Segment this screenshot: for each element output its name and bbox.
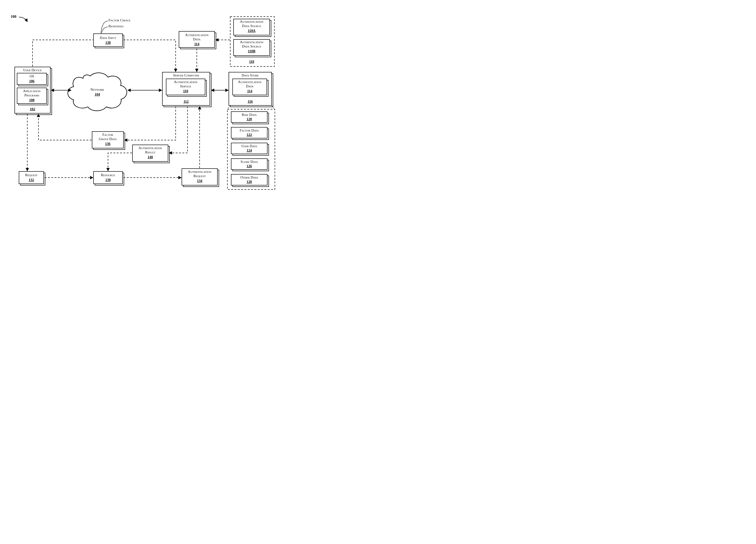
- auth-service-ref: 110: [183, 89, 188, 93]
- user-device-ref: 102: [30, 107, 35, 111]
- auth-src-b-ref: 118B: [248, 49, 255, 53]
- label-factor-choice: Factor Choice: [108, 18, 131, 22]
- os-title: OS: [29, 74, 34, 78]
- fgd-ref: 136: [105, 142, 111, 145]
- block-factor-data: Factor Data 122: [231, 127, 269, 140]
- auth-src-group-ref: 118: [249, 60, 254, 63]
- block-user-data: User Data 124: [231, 143, 269, 155]
- block-auth-src-group: Authentication Data Source 118A Authenti…: [230, 17, 274, 66]
- risk-data-title: Risk Data: [242, 113, 257, 117]
- data-input-ref: 138: [105, 41, 111, 44]
- auth-src-a-ref: 118A: [248, 29, 256, 33]
- block-auth-src-a: Authentication Data Source 118A: [234, 19, 271, 37]
- edge-userdevice-datainput: [33, 40, 93, 66]
- figure-number: 100: [11, 14, 16, 19]
- edge-fgd-userdevice: [38, 114, 92, 140]
- network-title: Network: [90, 88, 104, 91]
- auth-src-b-t2: Data Source: [242, 44, 261, 48]
- data-store-title: Data Store: [242, 73, 259, 77]
- auth-service-t2: Service: [180, 84, 191, 88]
- fgd-t1: Factor: [102, 133, 113, 136]
- factor-data-title: Factor Data: [240, 128, 259, 132]
- other-data-ref: 128: [247, 180, 252, 183]
- risk-data-ref: 120: [247, 117, 252, 121]
- auth-data-ds-t2: Data: [246, 84, 253, 88]
- request-title: Request: [25, 173, 38, 177]
- block-server-computer: Server Computer Authentication Service 1…: [162, 72, 211, 107]
- block-auth-service: Authentication Service 110: [166, 79, 207, 96]
- auth-request-t1: Authentication: [188, 170, 211, 173]
- block-resource: Resource 130: [94, 171, 124, 185]
- svg-line-34: [227, 105, 231, 109]
- fgd-t2: Group Data: [99, 137, 117, 141]
- auth-result-t1: Authentication: [139, 146, 162, 150]
- block-data-store: Data Store Authentication Data 114 116: [229, 72, 273, 107]
- data-input-title: Data Input: [100, 36, 116, 40]
- block-auth-request: Authentication Request 134: [182, 168, 219, 187]
- auth-data-ds-t1: Authentication: [238, 80, 262, 84]
- user-device-title: User Device: [23, 68, 42, 72]
- data-store-ref: 116: [248, 99, 253, 103]
- user-data-title: User Data: [241, 144, 257, 148]
- server-computer-title: Server Computer: [173, 73, 199, 77]
- leader-responses: [102, 27, 108, 33]
- network-ref: 104: [95, 92, 100, 96]
- block-data-input: Data Input 138: [94, 34, 124, 48]
- block-auth-data-top: Authentication Data 114: [179, 31, 216, 49]
- edge-datainput-server: [123, 40, 176, 72]
- auth-src-b-t1: Authentication: [240, 40, 263, 44]
- user-data-ref: 124: [247, 148, 252, 152]
- block-score-data: Score Data 126: [231, 159, 269, 171]
- edge-authresult-resource: [108, 153, 132, 171]
- request-ref: 132: [29, 178, 34, 182]
- block-app-programs: Application Programs 108: [17, 88, 48, 105]
- os-ref: 106: [29, 79, 35, 83]
- block-user-device: User Device OS 106 Application Programs …: [15, 67, 52, 115]
- block-other-data: Other Data 128: [231, 174, 269, 187]
- app-programs-title-1: Application: [23, 89, 41, 93]
- block-auth-data-ds: Authentication Data 114: [233, 79, 268, 96]
- auth-request-ref: 134: [197, 179, 202, 182]
- block-auth-result: Authentication Result 140: [132, 145, 169, 163]
- block-request: Request 132: [19, 171, 45, 185]
- auth-result-t2: Result: [145, 150, 155, 154]
- app-programs-title-2: Programs: [24, 93, 39, 97]
- edge-server-authresult: [169, 106, 188, 153]
- block-data-categories: Risk Data 120 Factor Data 122 User Data …: [227, 105, 275, 189]
- auth-service-t1: Authentication: [174, 80, 197, 84]
- block-os: OS 106: [17, 73, 48, 86]
- label-responses: Responses: [108, 24, 124, 28]
- resource-title: Resource: [101, 173, 115, 177]
- score-data-title: Score Data: [241, 160, 258, 164]
- score-data-ref: 126: [247, 164, 252, 168]
- diagram: 100 Factor Choice Responses User Device …: [0, 0, 285, 209]
- auth-data-top-t2: Data: [193, 37, 200, 41]
- server-computer-ref: 112: [183, 99, 189, 103]
- auth-data-ds-ref: 114: [247, 89, 252, 93]
- other-data-title: Other Data: [240, 175, 258, 179]
- block-network: Network 104: [68, 73, 127, 111]
- auth-src-a-t2: Data Source: [242, 24, 261, 28]
- factor-data-ref: 122: [247, 133, 252, 136]
- block-factor-group-data: Factor Group Data 136: [92, 131, 125, 150]
- edge-server-fgd: [124, 106, 176, 140]
- auth-data-top-t1: Authentication: [185, 33, 209, 37]
- auth-data-top-ref: 114: [194, 42, 199, 46]
- block-risk-data: Risk Data 120: [231, 112, 269, 124]
- app-programs-ref: 108: [29, 98, 35, 102]
- figure-pointer: [19, 17, 27, 22]
- auth-src-a-t1: Authentication: [240, 20, 263, 23]
- block-auth-src-b: Authentication Data Source 118B: [234, 39, 271, 57]
- auth-request-t2: Request: [193, 174, 206, 178]
- resource-ref: 130: [105, 178, 111, 182]
- auth-result-ref: 140: [148, 155, 153, 159]
